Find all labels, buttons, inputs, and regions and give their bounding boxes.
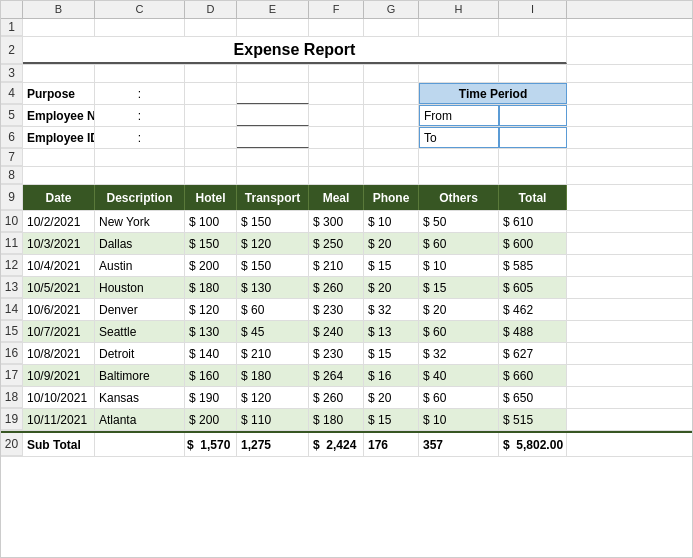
cell-total-6: $ 627: [499, 343, 567, 364]
cell-others-9: $ 10: [419, 409, 499, 430]
row-1: 1: [1, 19, 692, 37]
spreadsheet: B C D E F G H I 1 2 Expense Report 3: [0, 0, 693, 558]
employee-id-colon: :: [95, 127, 185, 148]
col-header-b: B: [23, 1, 95, 18]
row-num-7: 7: [1, 149, 23, 166]
cell-desc-9: Atlanta: [95, 409, 185, 430]
row-num-1: 1: [1, 19, 23, 36]
row-4: 4 Purpose : Time Period: [1, 83, 692, 105]
row-7: 7: [1, 149, 692, 167]
row-2: 2 Expense Report: [1, 37, 692, 65]
cell-transport-1: $ 120: [237, 233, 309, 254]
cell-others-6: $ 32: [419, 343, 499, 364]
cell-desc-2: Austin: [95, 255, 185, 276]
row-10: 10 10/2/2021 New York $ 100 $ 150 $ 300 …: [1, 211, 692, 233]
cell-others-0: $ 50: [419, 211, 499, 232]
cell-others-5: $ 60: [419, 321, 499, 342]
cell-hotel-4: $ 120: [185, 299, 237, 320]
cell-hotel-2: $ 200: [185, 255, 237, 276]
subtotal-meal: $ 2,424: [309, 433, 364, 456]
subtotal-hotel: $ 1,570: [185, 433, 237, 456]
to-label: To: [419, 127, 499, 148]
employee-id-label: Employee ID: [23, 127, 95, 148]
cell-desc-6: Detroit: [95, 343, 185, 364]
cell-date-7: 10/9/2021: [23, 365, 95, 386]
cell-desc-7: Baltimore: [95, 365, 185, 386]
row-num-12: 12: [1, 255, 23, 276]
cell-d1: [185, 19, 237, 36]
cell-total-4: $ 462: [499, 299, 567, 320]
cell-meal-5: $ 240: [309, 321, 364, 342]
cell-hotel-7: $ 160: [185, 365, 237, 386]
row-subtotal: 20 Sub Total $ 1,570 1,275 $ 2,424 176 3…: [1, 431, 692, 457]
row-15: 15 10/7/2021 Seattle $ 130 $ 45 $ 240 $ …: [1, 321, 692, 343]
row-num-6: 6: [1, 127, 23, 148]
cell-desc-1: Dallas: [95, 233, 185, 254]
cell-transport-4: $ 60: [237, 299, 309, 320]
cell-e1: [237, 19, 309, 36]
from-value[interactable]: [499, 105, 567, 126]
cell-transport-6: $ 210: [237, 343, 309, 364]
purpose-colon: :: [95, 83, 185, 104]
row-num-9: 9: [1, 185, 23, 210]
header-transport: Transport: [237, 185, 309, 210]
cell-meal-8: $ 260: [309, 387, 364, 408]
cell-desc-0: New York: [95, 211, 185, 232]
cell-others-8: $ 60: [419, 387, 499, 408]
row-num-13: 13: [1, 277, 23, 298]
cell-phone-3: $ 20: [364, 277, 419, 298]
cell-meal-4: $ 230: [309, 299, 364, 320]
row-14: 14 10/6/2021 Denver $ 120 $ 60 $ 230 $ 3…: [1, 299, 692, 321]
cell-date-5: 10/7/2021: [23, 321, 95, 342]
cell-transport-5: $ 45: [237, 321, 309, 342]
row-num-10: 10: [1, 211, 23, 232]
row-num-15: 15: [1, 321, 23, 342]
cell-date-6: 10/8/2021: [23, 343, 95, 364]
header-total: Total: [499, 185, 567, 210]
header-date: Date: [23, 185, 95, 210]
cell-phone-0: $ 10: [364, 211, 419, 232]
row-num-4: 4: [1, 83, 23, 104]
row-num-2: 2: [1, 37, 23, 64]
cell-date-4: 10/6/2021: [23, 299, 95, 320]
row-num-5: 5: [1, 105, 23, 126]
header-phone: Phone: [364, 185, 419, 210]
col-header-d: D: [185, 1, 237, 18]
row-num-18: 18: [1, 387, 23, 408]
employee-name-label: Employee Name: [23, 105, 95, 126]
row-18: 18 10/10/2021 Kansas $ 190 $ 120 $ 260 $…: [1, 387, 692, 409]
cell-desc-4: Denver: [95, 299, 185, 320]
row-num-3: 3: [1, 65, 23, 82]
to-value[interactable]: [499, 127, 567, 148]
cell-others-7: $ 40: [419, 365, 499, 386]
row-6: 6 Employee ID : To: [1, 127, 692, 149]
subtotal-phone: 176: [364, 433, 419, 456]
cell-transport-7: $ 180: [237, 365, 309, 386]
from-label: From: [419, 105, 499, 126]
row-12: 12 10/4/2021 Austin $ 200 $ 150 $ 210 $ …: [1, 255, 692, 277]
col-header-row: B C D E F G H I: [1, 1, 692, 19]
data-rows: 10 10/2/2021 New York $ 100 $ 150 $ 300 …: [1, 211, 692, 431]
cell-meal-1: $ 250: [309, 233, 364, 254]
row-num-14: 14: [1, 299, 23, 320]
cell-hotel-3: $ 180: [185, 277, 237, 298]
col-header-corner: [1, 1, 23, 18]
cell-phone-2: $ 15: [364, 255, 419, 276]
subtotal-transport: 1,275: [237, 433, 309, 456]
row-17: 17 10/9/2021 Baltimore $ 160 $ 180 $ 264…: [1, 365, 692, 387]
row-11: 11 10/3/2021 Dallas $ 150 $ 120 $ 250 $ …: [1, 233, 692, 255]
cell-total-7: $ 660: [499, 365, 567, 386]
cell-total-9: $ 515: [499, 409, 567, 430]
cell-phone-1: $ 20: [364, 233, 419, 254]
cell-date-0: 10/2/2021: [23, 211, 95, 232]
cell-i1: [499, 19, 567, 36]
cell-phone-5: $ 13: [364, 321, 419, 342]
subtotal-hotel-val: 1,570: [200, 438, 230, 452]
cell-phone-9: $ 15: [364, 409, 419, 430]
cell-g1: [364, 19, 419, 36]
row-num-16: 16: [1, 343, 23, 364]
cell-date-1: 10/3/2021: [23, 233, 95, 254]
cell-total-2: $ 585: [499, 255, 567, 276]
cell-total-3: $ 605: [499, 277, 567, 298]
row-8: 8: [1, 167, 692, 185]
